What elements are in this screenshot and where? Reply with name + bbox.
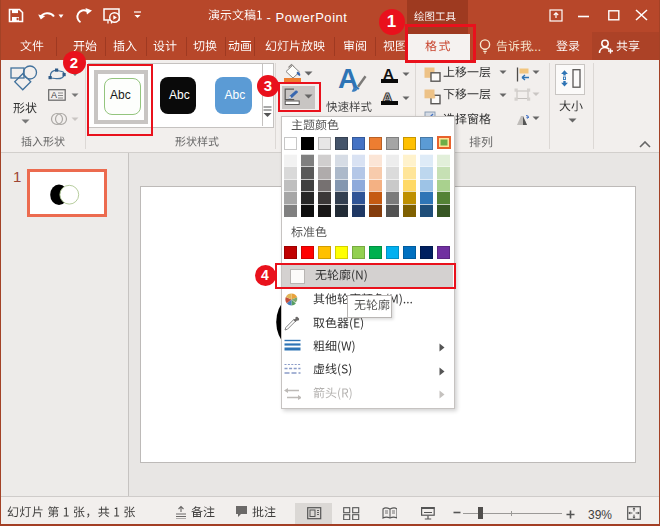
svg-text:A: A [51,90,57,100]
